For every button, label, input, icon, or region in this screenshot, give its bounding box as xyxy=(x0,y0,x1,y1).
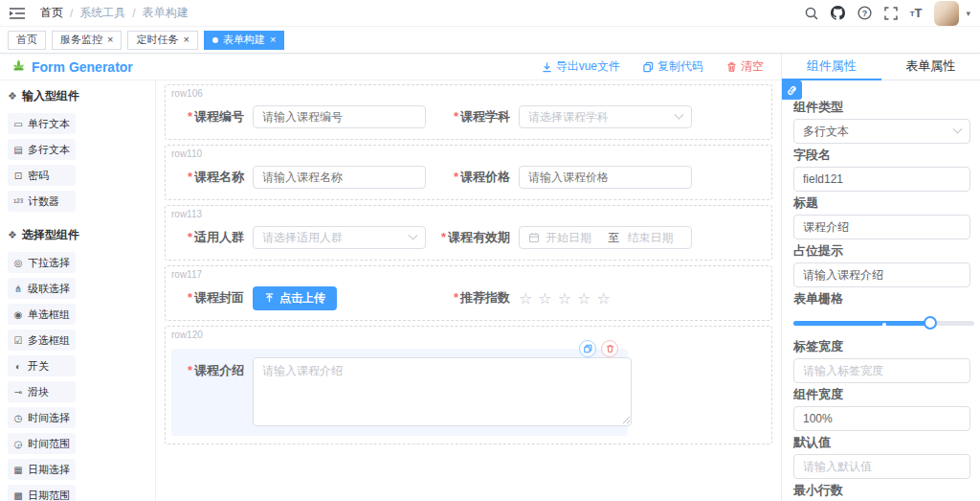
tab-form-builder[interactable]: 表单构建 × xyxy=(204,31,284,50)
search-icon[interactable] xyxy=(805,7,818,20)
chevron-down-icon[interactable]: ▾ xyxy=(966,9,970,18)
sidebar-item-date-range[interactable]: ▩日期范围 xyxy=(8,485,76,501)
field-label: 课程名称 xyxy=(194,170,244,184)
star-icon[interactable]: ☆ xyxy=(577,289,591,307)
component-width-input[interactable] xyxy=(793,406,970,431)
copy-code-button[interactable]: 复制代码 xyxy=(643,58,703,75)
date-range-picker[interactable]: 开始日期 至 结束日期 xyxy=(519,226,692,249)
course-name-input[interactable] xyxy=(253,166,426,189)
sidebar-item-radio-group[interactable]: ◉单选框组 xyxy=(8,304,76,325)
drawing-row-106[interactable]: row106 *课程编号 *课程学科 请选择课程学科 xyxy=(165,84,772,140)
form-item-course-name[interactable]: *课程名称 xyxy=(171,163,437,192)
close-icon[interactable]: × xyxy=(107,34,113,45)
course-number-input[interactable] xyxy=(253,105,426,128)
title-input[interactable] xyxy=(793,215,970,239)
breadcrumb: 首页 / 系统工具 / 表单构建 xyxy=(40,5,189,21)
placeholder-input[interactable] xyxy=(793,262,970,287)
calendar-icon xyxy=(528,232,540,243)
drawing-row-110[interactable]: row110 *课程名称 *课程价格 xyxy=(165,145,772,200)
sidebar-item-time-picker[interactable]: ◷时间选择 xyxy=(8,407,76,428)
star-icon[interactable]: ☆ xyxy=(558,289,572,307)
star-icon[interactable]: ☆ xyxy=(538,289,552,307)
resize-handle[interactable] xyxy=(622,416,630,423)
component-type-value: 多行文本 xyxy=(803,124,950,140)
drawing-row-120[interactable]: row120 *课程介绍 xyxy=(165,326,772,444)
sidebar-item-checkbox-group[interactable]: ☑多选框组 xyxy=(8,330,76,351)
course-intro-textarea[interactable] xyxy=(253,357,632,426)
sidebar-collapse-icon[interactable] xyxy=(10,6,29,21)
label-width-input[interactable] xyxy=(793,358,970,383)
sidebar-item-password[interactable]: ⊡密码 xyxy=(8,165,76,186)
sidebar-item-switch[interactable]: ◐开关 xyxy=(8,355,76,376)
chevron-down-icon xyxy=(409,230,418,239)
drawing-board[interactable]: row106 *课程编号 *课程学科 请选择课程学科 xyxy=(156,80,781,501)
close-icon[interactable]: × xyxy=(183,34,189,45)
component-type-select[interactable]: 多行文本 xyxy=(793,119,970,144)
course-subject-select[interactable]: 请选择课程学科 xyxy=(519,105,692,128)
link-badge[interactable] xyxy=(782,80,802,100)
sidebar-item-date-picker[interactable]: ▦日期选择 xyxy=(8,459,76,480)
form-item-course-cover[interactable]: *课程封面 点击上传 xyxy=(171,284,437,312)
item-label: 单行文本 xyxy=(28,117,70,131)
drawing-row-117[interactable]: row117 *课程封面 点击上传 *推荐指数 xyxy=(165,265,772,321)
tab-form-properties[interactable]: 表单属性 xyxy=(881,54,980,80)
tab-home[interactable]: 首页 xyxy=(8,31,46,50)
form-item-course-validity[interactable]: *课程有效期 开始日期 至 结束日期 xyxy=(437,223,766,252)
section-input-components: ❖ 输入型组件 xyxy=(8,88,147,104)
selected-form-item-course-intro[interactable]: *课程介绍 xyxy=(171,349,628,436)
delete-item-button[interactable] xyxy=(601,340,618,357)
breadcrumb-home[interactable]: 首页 xyxy=(40,5,63,21)
form-item-course-price[interactable]: *课程价格 xyxy=(437,163,766,192)
close-icon[interactable]: × xyxy=(270,34,276,45)
tab-component-properties[interactable]: 组件属性 xyxy=(782,54,881,80)
course-price-input[interactable] xyxy=(519,166,692,189)
component-group-icon: ❖ xyxy=(8,229,17,241)
clear-button[interactable]: 清空 xyxy=(726,58,764,75)
form-item-course-subject[interactable]: *课程学科 请选择课程学科 xyxy=(437,102,766,131)
duplicate-item-button[interactable] xyxy=(579,340,596,357)
input-icon: ▭ xyxy=(12,119,24,129)
upload-button[interactable]: 点击上传 xyxy=(253,286,337,310)
sidebar-item-cascader[interactable]: ⋔级联选择 xyxy=(8,278,76,299)
sidebar-item-single-line-text[interactable]: ▭单行文本 xyxy=(8,113,76,134)
avatar[interactable] xyxy=(934,1,959,26)
sidebar-item-multi-line-text[interactable]: ▤多行文本 xyxy=(8,139,76,160)
drawing-row-113[interactable]: row113 *适用人群 请选择适用人群 *课程有效期 xyxy=(165,205,772,261)
breadcrumb-system-tools: 系统工具 xyxy=(79,5,125,21)
tab-server-monitor[interactable]: 服务监控 × xyxy=(52,31,122,50)
select-placeholder: 请选择课程学科 xyxy=(528,109,672,125)
sidebar-item-counter[interactable]: ¹²³计数器 xyxy=(8,191,76,212)
form-item-recommend-rate[interactable]: *推荐指数 ☆ ☆ ☆ ☆ ☆ xyxy=(437,284,766,312)
star-icon[interactable]: ☆ xyxy=(596,289,611,307)
item-label: 多行文本 xyxy=(28,143,70,157)
default-value-input[interactable] xyxy=(793,454,970,479)
required-asterisk: * xyxy=(188,230,192,244)
rate-stars[interactable]: ☆ ☆ ☆ ☆ ☆ xyxy=(519,289,612,307)
form-item-target-audience[interactable]: *适用人群 请选择适用人群 xyxy=(171,223,437,252)
star-icon[interactable]: ☆ xyxy=(519,289,533,307)
sidebar-item-select[interactable]: ◎下拉选择 xyxy=(8,252,76,273)
field-label: 适用人群 xyxy=(194,230,244,244)
sidebar-item-slider[interactable]: ⊸滑块 xyxy=(8,381,76,402)
field-name-input[interactable] xyxy=(793,167,970,192)
tab-scheduled-tasks[interactable]: 定时任务 × xyxy=(127,31,197,50)
font-size-icon[interactable]: TT xyxy=(910,7,923,19)
input-components-grid: ▭单行文本 ▤多行文本 ⊡密码 ¹²³计数器 xyxy=(8,113,147,212)
form-item-course-number[interactable]: *课程编号 xyxy=(171,102,437,131)
help-icon[interactable]: ? xyxy=(858,6,872,20)
target-audience-select[interactable]: 请选择适用人群 xyxy=(253,226,426,249)
radio-group-icon: ◉ xyxy=(12,309,24,320)
properties-tabs: 组件属性 表单属性 xyxy=(782,54,980,80)
logo[interactable]: Form Generator xyxy=(0,59,156,75)
export-vue-button[interactable]: 导出vue文件 xyxy=(542,58,620,75)
copy-icon xyxy=(643,61,654,73)
github-icon[interactable] xyxy=(831,6,845,20)
fullscreen-icon[interactable] xyxy=(884,7,898,20)
upload-button-label: 点击上传 xyxy=(279,290,325,307)
time-picker-icon: ◷ xyxy=(12,413,24,423)
slider-handle[interactable] xyxy=(924,316,937,330)
prop-label: 占位提示 xyxy=(793,244,970,258)
form-grid-slider[interactable] xyxy=(793,310,974,335)
sidebar-item-time-range[interactable]: ◶时间范围 xyxy=(8,433,76,454)
upload-arrow-icon xyxy=(264,293,275,304)
